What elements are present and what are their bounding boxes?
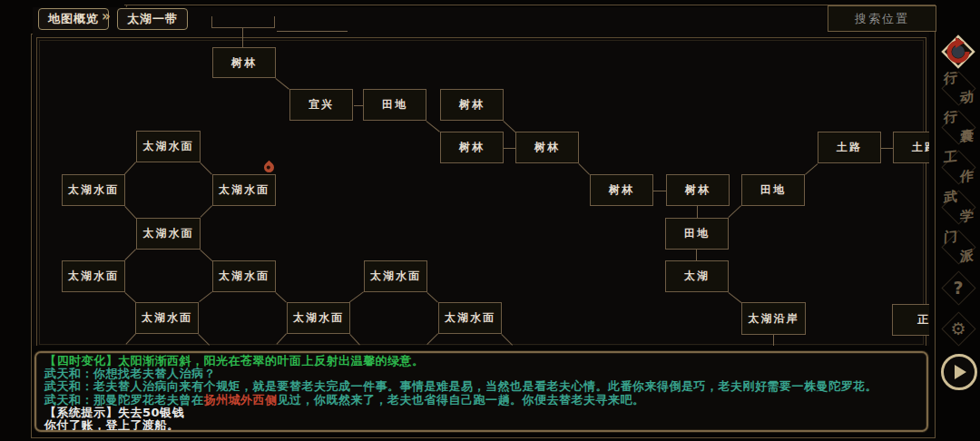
breadcrumb-separator-icon: »: [102, 8, 111, 24]
sidebar: 行动行囊工作武学门派?⚙: [936, 0, 980, 441]
map-node[interactable]: 太湖: [665, 260, 729, 292]
sidebar-item-sect[interactable]: 门派: [939, 228, 977, 266]
chat-line: 武天和：老夫替人治病向来有个规矩，就是要替老夫完成一件事。事情是难是易，当然也是…: [44, 380, 918, 393]
chat-line: 你付了账，登上了渡船。: [44, 419, 918, 432]
map-edge: [426, 121, 440, 132]
sidebar-item-action[interactable]: 行动: [939, 69, 977, 107]
map-node[interactable]: 太湖沿岸: [741, 302, 806, 335]
map-edge: [426, 292, 438, 303]
frame-top: [124, 5, 935, 5]
sidebar-item-help[interactable]: ?: [939, 269, 977, 307]
map-edge: [124, 249, 136, 260]
map-edge: [200, 250, 212, 261]
map-edge: [503, 121, 515, 132]
frame-left: [31, 34, 32, 437]
map-edge: [501, 334, 513, 346]
chat-text: 【系统提示】失去50银钱: [44, 406, 184, 419]
breadcrumb-current-region-button[interactable]: 太湖一带: [117, 8, 188, 30]
sidebar-item-minimap[interactable]: [939, 33, 977, 71]
map-edge: [504, 148, 515, 149]
chat-line: 武天和：你想找老夫替人治病？: [44, 368, 918, 380]
map-edge: [696, 250, 697, 260]
chat-text: 武天和：老夫替人治病向来有个规矩，就是要替老夫完成一件事。事情是难是易，当然也是…: [44, 379, 877, 393]
map-node[interactable]: 太湖水面: [212, 260, 276, 292]
location-highlight-text: 扬州城外西侧: [204, 393, 278, 407]
map-node[interactable]: 太湖水面: [62, 260, 125, 292]
map-node[interactable]: 树林: [212, 47, 276, 78]
map-node[interactable]: 树林: [666, 174, 730, 206]
game-window: 树林宜兴田地树林太湖水面树林树林土路土路太湖水面太湖水面树林树林田地太湖水面田地…: [0, 0, 980, 441]
chat-text: 你付了账，登上了渡船。: [44, 418, 180, 432]
map-node[interactable]: 太湖水面: [136, 218, 201, 250]
map-edge: [349, 291, 364, 302]
map-edge: [697, 206, 698, 218]
chat-text: 武天和：那曼陀罗花老夫曾在: [44, 393, 204, 407]
chat-text: 武天和：你想找老夫替人治病？: [44, 367, 216, 380]
map-node[interactable]: 田地: [741, 174, 805, 206]
chat-text: 【四时变化】太阳渐渐西斜，阳光在苍翠的叶面上反射出温馨的绿意。: [44, 354, 425, 368]
map-edge: [200, 162, 212, 175]
map-node[interactable]: 土路: [818, 132, 881, 163]
sidebar-item-bag[interactable]: 行囊: [939, 108, 977, 146]
map-edge: [277, 31, 348, 32]
map-edge: [881, 148, 893, 149]
map-node[interactable]: 树林: [440, 89, 504, 121]
map-node[interactable]: 田地: [665, 218, 729, 250]
minimap-emblem-icon: [939, 33, 977, 71]
map-edge: [275, 78, 289, 90]
map-edge: [354, 105, 363, 106]
location-pin-icon: [262, 161, 277, 175]
map-node[interactable]: 太湖水面: [62, 174, 125, 206]
search-location-input[interactable]: [828, 5, 936, 32]
chat-text: 见过，你既然来了，老夫也省得自己跑一趟。你便去替老夫寻来吧。: [278, 393, 645, 407]
map-node[interactable]: 树林: [440, 132, 504, 163]
map-edge: [124, 206, 136, 219]
sidebar-item-play[interactable]: [939, 354, 977, 392]
map-node[interactable]: 太湖水面: [212, 174, 276, 206]
map-edge: [199, 291, 212, 302]
map-edge: [242, 28, 243, 47]
map-node[interactable]: 树林: [590, 174, 653, 206]
sidebar-item-martial[interactable]: 武学: [939, 188, 977, 226]
map-node[interactable]: 田地: [363, 89, 426, 121]
map-edge: [426, 333, 438, 345]
map-edge: [349, 334, 360, 346]
map-node[interactable]: 太湖水面: [438, 302, 502, 334]
map-node[interactable]: 太湖水面: [136, 131, 201, 162]
sidebar-item-work[interactable]: 工作: [939, 148, 977, 186]
map-node-partial[interactable]: [211, 16, 275, 28]
map-node[interactable]: 宜兴: [289, 89, 353, 121]
map-edge: [125, 333, 136, 345]
map-node[interactable]: 太湖水面: [364, 260, 427, 292]
map-node[interactable]: 太湖水面: [135, 302, 199, 334]
map-edge: [653, 191, 666, 191]
map-node[interactable]: 树林: [515, 132, 579, 163]
chat-line: 武天和：那曼陀罗花老夫曾在扬州城外西侧见过，你既然来了，老夫也省得自己跑一趟。你…: [44, 394, 918, 407]
map-node[interactable]: 土路: [893, 132, 929, 163]
play-icon: [941, 354, 977, 390]
map-edge: [578, 163, 590, 175]
map-edge: [728, 205, 741, 218]
map-edge: [728, 292, 741, 303]
breadcrumb-map-overview-button[interactable]: 地图概览: [38, 8, 109, 30]
chat-line: 【系统提示】失去50银钱: [44, 407, 918, 419]
map-edge: [124, 162, 136, 174]
map-edge: [200, 205, 212, 218]
sidebar-item-settings[interactable]: ⚙: [939, 309, 977, 348]
map-node[interactable]: 正: [892, 304, 929, 336]
map-edge: [773, 334, 774, 346]
map-edge: [275, 292, 287, 303]
map-edge: [276, 333, 287, 345]
map-node[interactable]: 太湖水面: [287, 302, 350, 334]
map-edge: [805, 163, 818, 175]
map-viewport[interactable]: 树林宜兴田地树林太湖水面树林树林土路土路太湖水面太湖水面树林树林田地太湖水面田地…: [33, 7, 929, 346]
map-edge: [198, 334, 210, 346]
frame-right: [935, 5, 936, 437]
message-log-panel: 【四时变化】太阳渐渐西斜，阳光在苍翠的叶面上反射出温馨的绿意。武天和：你想找老夫…: [34, 351, 928, 432]
map-edge: [124, 292, 136, 303]
chat-line: 【四时变化】太阳渐渐西斜，阳光在苍翠的叶面上反射出温馨的绿意。: [44, 355, 918, 368]
frame-bottom: [31, 437, 936, 438]
